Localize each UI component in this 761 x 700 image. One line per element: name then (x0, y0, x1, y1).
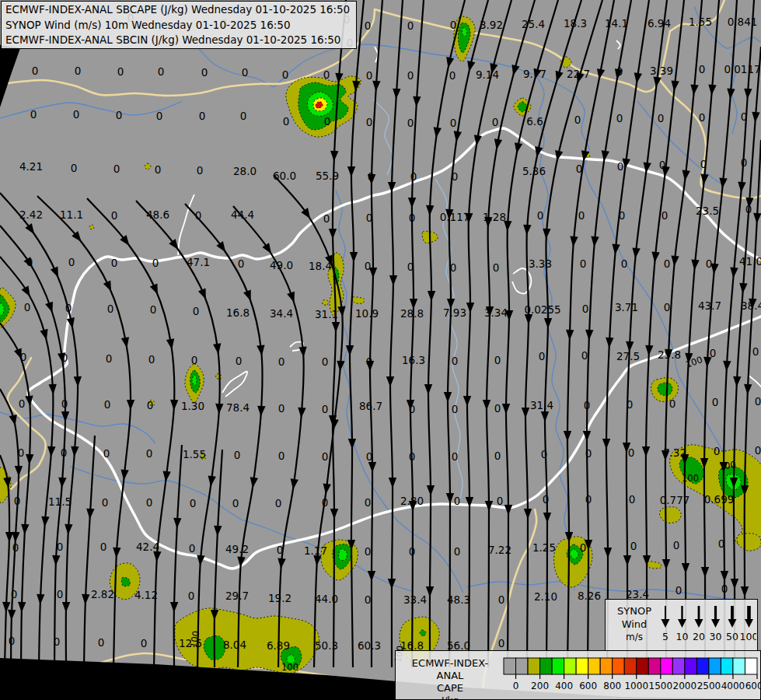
grid-value-label: 16.8 (226, 306, 250, 319)
wind-speed-arrowhead-icon (678, 619, 686, 628)
grid-value-label: 10.9 (355, 307, 379, 320)
grid-value-label: 0 (578, 209, 585, 222)
grid-value-label: 0 (581, 349, 588, 362)
wind-arrow-scale: 510203050100 (657, 600, 756, 649)
grid-value-label: 0 (12, 541, 19, 554)
grid-value-label: 0 (238, 257, 245, 270)
grid-value-label: 0 (580, 257, 587, 270)
grid-value-label: 49.2 (225, 543, 249, 555)
grid-value-label: 0 (117, 65, 124, 78)
grid-value-label: 0 (366, 450, 373, 463)
grid-value-label: 0 (700, 158, 707, 170)
grid-value-label: 0 (718, 537, 725, 550)
contour-label: 100 (281, 662, 298, 673)
grid-value-label: 0 (493, 261, 500, 274)
wind-speed-arrowhead-icon (728, 619, 737, 628)
grid-value-label: 0 (543, 493, 550, 506)
grid-value-label: 0 (662, 209, 668, 222)
colorbar-step (672, 658, 685, 674)
grid-value-label: 0 (57, 588, 64, 600)
grid-value-label: 31.1 (315, 308, 338, 320)
grid-value-label: 0 (322, 496, 329, 509)
grid-value-label: 6.6 (526, 115, 543, 128)
grid-value-label: 0 (541, 448, 548, 460)
colorbar-tick-label: 2500 (697, 681, 721, 691)
grid-value-label: 0 (585, 493, 592, 506)
grid-value-label: 0 (24, 301, 31, 313)
grid-value-label: 22.7 (567, 68, 590, 80)
grid-value-label: 3.39 (650, 65, 673, 77)
grid-value-label: 0 (452, 170, 459, 183)
grid-value-label: 0 (494, 450, 501, 462)
grid-value-label: 38.4 (741, 299, 761, 312)
grid-value-label: 34.4 (270, 307, 293, 320)
grid-value-label: 0 (195, 209, 202, 222)
grid-value-label: 6.89 (267, 639, 290, 652)
grid-value-label: 3.34 (484, 306, 508, 319)
grid-value-label: 0 (741, 156, 748, 169)
grid-value-label: 0 (98, 636, 105, 649)
grid-value-label: 3.33 (529, 257, 552, 270)
grid-value-label: 0 (234, 449, 241, 461)
grid-value-label: 0 (9, 635, 16, 647)
cape-colorbar: 0200400600800100015002000250040006000 (501, 651, 760, 699)
grid-value-label: 0 (278, 355, 285, 368)
colorbar-step (576, 658, 588, 674)
grid-value-label: 29.7 (225, 590, 249, 602)
grid-value-label: 0 (407, 261, 414, 273)
grid-value-label: 0 (407, 69, 414, 82)
grid-value-label: 0 (366, 355, 373, 368)
grid-value-label: 0 (191, 354, 198, 366)
grid-value-label: 0 (621, 257, 628, 270)
grid-value-label: 60.3 (358, 639, 381, 652)
grid-value-label: 0 (580, 541, 587, 554)
grid-value-label: 2.82 (91, 588, 114, 600)
grid-value-label: 0 (323, 212, 330, 225)
wind-speed-arrowhead-icon (695, 619, 703, 628)
wind-speed-arrowhead-icon (745, 619, 753, 628)
colorbar-tick-label: 400 (555, 681, 573, 691)
grid-value-label: 4.12 (134, 589, 158, 601)
colorbar-tick-label: 1500 (649, 681, 673, 691)
colorbar-tick-label: 2000 (673, 681, 697, 691)
grid-value-label: 0 (65, 302, 72, 314)
colorbar-step (528, 658, 540, 674)
grid-value-label: 0 (155, 163, 162, 176)
grid-value-label: 48.6 (146, 208, 169, 221)
grid-value-label: 0 (454, 545, 461, 558)
grid-value-label: 0 (19, 397, 26, 410)
grid-value-label: 0 (365, 593, 372, 606)
grid-value-label: 0 (619, 209, 626, 222)
grid-value-label: 0 (409, 212, 416, 224)
grid-value-label: 0 (365, 545, 372, 558)
wind-speed-value: 100 (740, 631, 756, 642)
grid-value-label: 0 (452, 403, 459, 415)
grid-value-label: 2.10 (534, 590, 557, 603)
colorbar-tick-label: 200 (531, 681, 549, 691)
colorbar-step (588, 658, 601, 674)
grid-value-label: 6.94 (648, 17, 671, 30)
grid-value-label: 28.8 (400, 307, 424, 320)
grid-value-label: 0.0117 (724, 63, 760, 75)
grid-value-label: 1.55 (689, 16, 712, 28)
grid-value-label: 47.1 (187, 256, 210, 268)
grid-value-label: 0 (365, 19, 372, 32)
grid-value-label: 12.5 (179, 637, 202, 649)
colorbar-step (733, 658, 745, 674)
grid-value-label: 0 (190, 497, 197, 509)
grid-value-label: 0 (368, 170, 375, 183)
grid-value-label: 0 (277, 544, 284, 556)
grid-value-label: 0 (629, 493, 636, 506)
weather-map-frame: 1001001001001001000003.9225.418.314.16.9… (0, 0, 761, 700)
title-line-wind: SYNOP Wind (m/s) 10m Wednesday 01-10-202… (5, 18, 352, 33)
contour-label: 100 (682, 473, 699, 484)
grid-value-label: 31.4 (530, 399, 553, 411)
wind-speed-value: 50 (726, 631, 738, 642)
wind-speed-value: 5 (662, 631, 668, 642)
colorbar-step (721, 658, 733, 674)
grid-value-label: 0 (407, 19, 414, 32)
colorbar-step (696, 658, 709, 674)
grid-value-label: 0 (710, 347, 717, 359)
grid-value-label: 0 (669, 397, 676, 410)
grid-value-label: 0 (576, 163, 583, 175)
